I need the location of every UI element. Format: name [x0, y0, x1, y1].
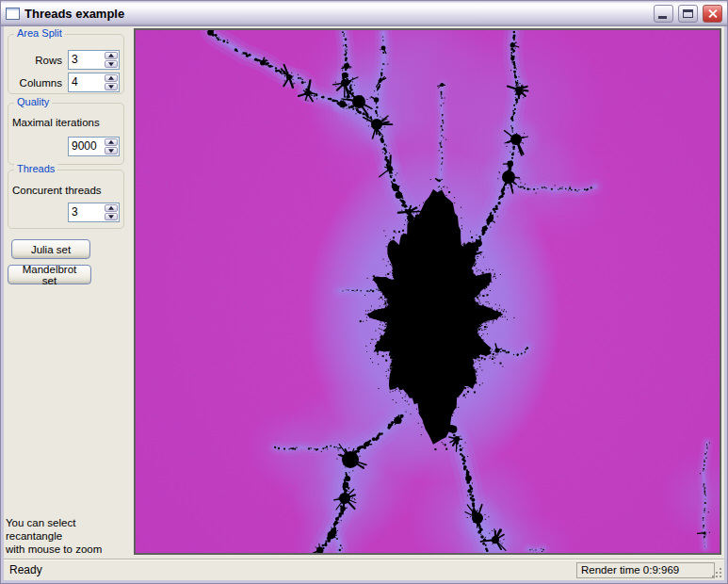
resize-grip-icon[interactable] [710, 566, 722, 578]
up-arrow-icon [108, 54, 114, 57]
maximize-icon [683, 9, 693, 18]
help-text-line1: You can select recantangle [6, 516, 134, 543]
rows-spin-down-button[interactable] [105, 60, 118, 68]
minimize-button[interactable] [654, 5, 673, 23]
rows-label: Rows [8, 55, 62, 66]
titlebar[interactable]: Threads example [1, 1, 727, 26]
threads-value[interactable]: 3 [69, 203, 104, 221]
status-ready-text: Ready [9, 563, 42, 576]
julia-set-button[interactable]: Julia set [11, 239, 90, 259]
close-icon [707, 8, 718, 19]
groupbox-area-split-legend: Area Split [14, 27, 65, 39]
down-arrow-icon [108, 149, 114, 153]
maximal-iterations-label: Maximal iterations [12, 117, 100, 128]
up-arrow-icon [108, 76, 114, 80]
app-window: Threads example Area Split Rows 3 Column… [0, 0, 728, 584]
rows-spin-up-button[interactable] [105, 52, 118, 59]
up-arrow-icon [108, 206, 114, 210]
iterations-spinbox[interactable]: 9000 [68, 137, 120, 156]
threads-spin-down-button[interactable] [105, 213, 118, 220]
iterations-spin-down-button[interactable] [105, 147, 118, 154]
iterations-value[interactable]: 9000 [69, 138, 104, 155]
columns-label: Columns [8, 77, 62, 89]
fractal-canvas[interactable] [136, 30, 720, 553]
columns-spinbox[interactable]: 4 [68, 73, 120, 92]
mandelbrot-set-button[interactable]: Mandelbrot set [8, 265, 91, 284]
down-arrow-icon [108, 62, 114, 66]
groupbox-quality-legend: Quality [14, 96, 52, 107]
rows-spinbox[interactable]: 3 [68, 50, 120, 70]
threads-spinbox[interactable]: 3 [68, 203, 120, 222]
columns-value[interactable]: 4 [69, 73, 104, 91]
minimize-icon [658, 16, 667, 19]
render-time-field: Render time 0:9:969 [576, 562, 715, 578]
rows-value[interactable]: 3 [69, 51, 104, 69]
columns-spin-down-button[interactable] [105, 83, 118, 90]
down-arrow-icon [108, 215, 114, 219]
application-icon [6, 8, 20, 20]
groupbox-threads-legend: Threads [14, 163, 57, 174]
statusbar: Ready Render time 0:9:969 [4, 559, 724, 580]
help-text-line2: with mouse to zoom [6, 543, 134, 556]
columns-spin-up-button[interactable] [105, 74, 118, 82]
down-arrow-icon [108, 85, 114, 89]
help-text: You can select recantangle with mouse to… [6, 516, 134, 556]
fractal-view-frame [134, 28, 721, 555]
close-button[interactable] [703, 5, 722, 23]
up-arrow-icon [108, 140, 114, 144]
maximize-button[interactable] [678, 5, 698, 23]
threads-spin-up-button[interactable] [105, 204, 118, 212]
iterations-spin-up-button[interactable] [105, 138, 118, 146]
window-title: Threads example [24, 7, 649, 21]
concurrent-threads-label: Concurent threads [12, 185, 102, 196]
